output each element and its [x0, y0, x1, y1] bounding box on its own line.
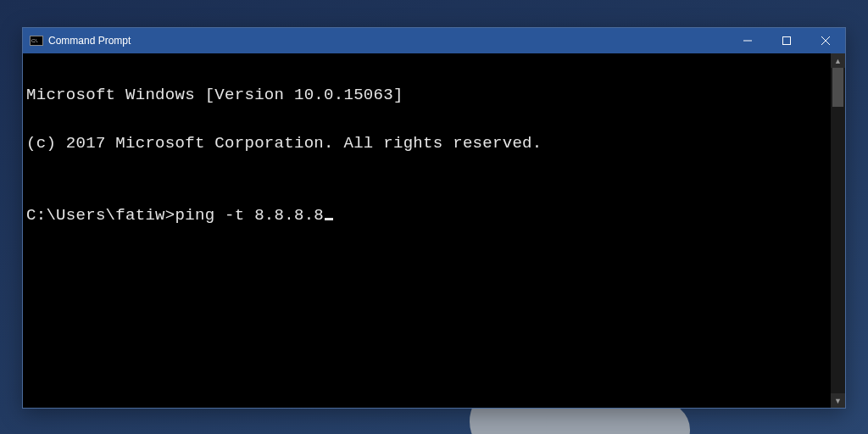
- minimize-icon: [743, 36, 752, 45]
- console-line: (c) 2017 Microsoft Corporation. All righ…: [26, 131, 824, 156]
- maximize-icon: [782, 36, 791, 45]
- chevron-down-icon: ▼: [834, 397, 842, 405]
- desktop-background: C:\. Command Prompt Microsoft Windows [V…: [0, 0, 868, 434]
- console-output[interactable]: Microsoft Windows [Version 10.0.15063] (…: [23, 53, 831, 408]
- app-icon: C:\.: [30, 36, 43, 46]
- prompt-text: C:\Users\fatiw>: [26, 206, 175, 225]
- scroll-up-button[interactable]: ▲: [831, 53, 845, 68]
- scrollbar-track[interactable]: [831, 68, 845, 393]
- close-icon: [821, 36, 830, 45]
- scrollbar-thumb[interactable]: [832, 68, 843, 107]
- vertical-scrollbar[interactable]: ▲ ▼: [831, 53, 845, 408]
- titlebar[interactable]: C:\. Command Prompt: [23, 28, 845, 53]
- close-button[interactable]: [806, 28, 845, 53]
- typed-command: ping -t 8.8.8.8: [175, 206, 325, 225]
- window-title: Command Prompt: [48, 35, 131, 47]
- console-prompt-line: C:\Users\fatiw>ping -t 8.8.8.8: [26, 203, 824, 228]
- cursor: [325, 218, 333, 220]
- svg-rect-0: [783, 37, 791, 45]
- scroll-down-button[interactable]: ▼: [831, 393, 845, 408]
- console-line: Microsoft Windows [Version 10.0.15063]: [26, 83, 824, 108]
- client-area: Microsoft Windows [Version 10.0.15063] (…: [23, 53, 845, 408]
- minimize-button[interactable]: [728, 28, 767, 53]
- chevron-up-icon: ▲: [834, 57, 842, 65]
- command-prompt-window: C:\. Command Prompt Microsoft Windows [V…: [22, 27, 846, 409]
- maximize-button[interactable]: [767, 28, 806, 53]
